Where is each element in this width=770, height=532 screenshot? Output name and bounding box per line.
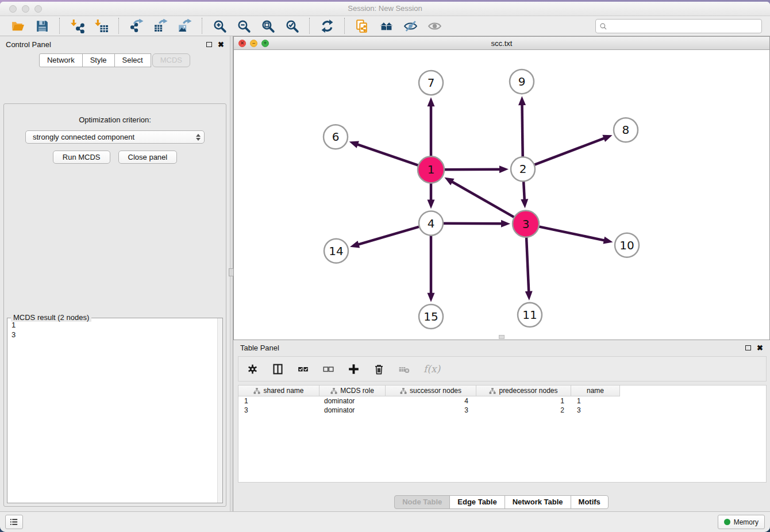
run-mcds-button[interactable]: Run MCDS [53, 151, 110, 164]
select-stepper-icon [196, 134, 201, 141]
mcds-result-title: MCDS result (2 nodes) [11, 313, 91, 322]
toolbar-separator [118, 18, 119, 34]
graph-edge-arrow-icon [602, 135, 612, 142]
network-graph[interactable]: 7968124314101511 [234, 50, 769, 340]
graph-node-label: 11 [522, 308, 537, 322]
mcds-panel: Optimization criterion: strongly connect… [3, 103, 226, 507]
column-header-shared-name[interactable]: shared name [238, 385, 319, 396]
graph-edge-arrow-icon [518, 96, 526, 105]
delete-column-icon [398, 363, 410, 375]
graph-edge[interactable] [523, 138, 605, 169]
graph-edge-arrow-icon [501, 220, 510, 228]
select-all-icon[interactable] [297, 363, 309, 375]
deselect-all-icon[interactable] [322, 363, 334, 375]
zoom-selected-icon[interactable] [283, 18, 301, 34]
open-file-icon[interactable] [9, 18, 26, 34]
graph-node-label: 1 [428, 163, 435, 176]
node-table: shared name MCDS role successor nodes [238, 385, 767, 483]
column-header-successor-nodes[interactable]: successor nodes [386, 385, 476, 396]
close-panel-button[interactable]: Close panel [118, 151, 178, 164]
tab-motifs[interactable]: Motifs [571, 495, 609, 509]
clone-network-icon[interactable] [353, 18, 371, 34]
graph-node-label: 15 [424, 310, 438, 323]
show-all-panels-icon[interactable] [378, 18, 395, 34]
float-panel-icon[interactable] [206, 42, 212, 47]
graph-node-label: 6 [332, 130, 340, 144]
graph-node-label: 14 [329, 244, 343, 258]
result-scrollbar[interactable] [217, 318, 222, 503]
graph-edge-arrow-icon [428, 97, 435, 106]
graph-edge-arrow-icon [349, 141, 359, 148]
float-table-panel-icon[interactable] [745, 345, 751, 350]
graph-edge-arrow-icon [428, 293, 435, 302]
graph-node-label: 7 [428, 76, 435, 90]
graph-node-label: 8 [622, 123, 630, 137]
tab-edge-table[interactable]: Edge Table [449, 495, 505, 509]
close-table-panel-icon[interactable]: ✖ [757, 344, 763, 352]
show-panel-icon [426, 18, 443, 34]
graph-node-label: 10 [619, 238, 634, 252]
hide-panels-icon[interactable] [402, 18, 419, 34]
table-row[interactable]: 1 dominator 4 1 1 [238, 396, 766, 406]
graph-node-label: 4 [428, 217, 435, 230]
export-image-icon[interactable] [176, 18, 193, 34]
toolbar-separator [59, 18, 60, 34]
zoom-fit-icon[interactable] [259, 18, 276, 34]
add-row-icon[interactable] [348, 363, 360, 375]
main-content: Control Panel ✖ Network Style Select MCD… [0, 36, 770, 511]
graph-edge-arrow-icon [603, 237, 613, 244]
memory-button[interactable]: Memory [718, 515, 765, 529]
table-row[interactable]: 3 dominator 3 2 3 [238, 406, 766, 415]
table-options-icon[interactable] [247, 363, 259, 375]
close-panel-icon[interactable]: ✖ [218, 41, 224, 48]
table-toolbar: f(x) [238, 356, 767, 381]
toolbar-separator [202, 18, 202, 34]
mcds-result-text[interactable]: 1 3 [7, 318, 222, 341]
status-bar: Memory [0, 511, 770, 532]
column-header-mcds-role[interactable]: MCDS role [319, 385, 386, 396]
tab-network-table[interactable]: Network Table [505, 495, 571, 509]
graph-edge-arrow-icon [499, 165, 509, 173]
task-history-button[interactable] [5, 515, 23, 529]
network-canvas[interactable]: 7968124314101511 [234, 50, 769, 340]
tab-network[interactable]: Network [39, 53, 83, 67]
column-type-icon [489, 388, 496, 394]
search-input[interactable] [610, 22, 758, 30]
network-window-titlebar: ✕ – + scc.txt [234, 37, 769, 50]
zoom-out-icon[interactable] [235, 18, 252, 34]
column-header-predecessor-nodes[interactable]: predecessor nodes [476, 385, 571, 396]
column-header-name[interactable]: name [571, 385, 620, 396]
table-panel-title: Table Panel [240, 344, 279, 352]
tab-node-table[interactable]: Node Table [394, 495, 450, 509]
import-network-icon[interactable] [68, 18, 86, 34]
optimization-criterion-select[interactable]: strongly connected component [25, 130, 205, 144]
graph-edge-arrow-icon [350, 241, 360, 248]
show-column-icon[interactable] [272, 363, 284, 375]
optimization-criterion-label: Optimization criterion: [4, 115, 226, 124]
window-title: Session: New Session [0, 4, 770, 13]
zoom-in-icon[interactable] [211, 18, 228, 34]
apply-layout-icon[interactable] [318, 18, 336, 34]
graph-node-label: 2 [519, 162, 527, 176]
table-tabs: Node Table Edge Table Network Table Moti… [233, 495, 770, 509]
memory-status-icon [724, 519, 730, 525]
export-table-icon[interactable] [152, 18, 169, 34]
column-type-icon [253, 388, 260, 394]
graph-node-label: 3 [522, 217, 530, 231]
export-network-icon[interactable] [128, 18, 145, 34]
toolbar-separator [344, 18, 345, 34]
tab-style[interactable]: Style [82, 53, 115, 67]
tab-select[interactable]: Select [114, 53, 151, 67]
list-icon [9, 517, 19, 527]
import-table-icon[interactable] [93, 18, 110, 34]
function-builder-icon: f(x) [424, 363, 440, 375]
save-session-icon[interactable] [33, 18, 51, 34]
search-box[interactable] [595, 19, 762, 33]
canvas-splitter-handle-icon[interactable] [499, 335, 505, 339]
tab-mcds[interactable]: MCDS [152, 53, 190, 67]
network-window-title: scc.txt [234, 39, 769, 48]
delete-row-icon[interactable] [373, 363, 385, 375]
graph-edge-arrow-icon [521, 199, 528, 208]
graph-edge-arrow-icon [428, 200, 435, 209]
control-panel-title: Control Panel [6, 40, 51, 49]
